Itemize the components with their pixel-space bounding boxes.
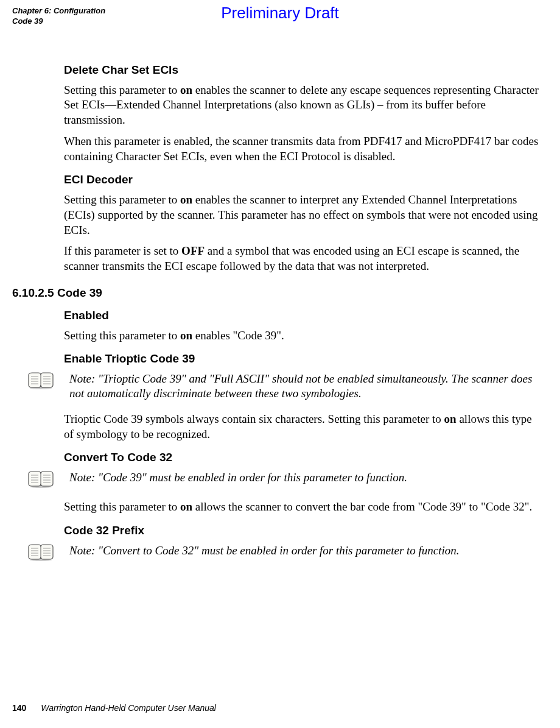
svg-point-8	[30, 387, 52, 389]
heading-trioptic: Enable Trioptic Code 39	[64, 352, 542, 366]
paragraph: When this parameter is enabled, the scan…	[64, 134, 542, 164]
book-icon	[27, 470, 54, 489]
chapter-label: Chapter 6: Configuration	[12, 6, 105, 16]
paragraph: Setting this parameter to on enables "Co…	[64, 328, 542, 344]
watermark-text: Preliminary Draft	[221, 4, 339, 23]
paragraph: Setting this parameter to on allows the …	[64, 500, 542, 515]
note-block: Note: "Convert to Code 32" must be enabl…	[27, 543, 542, 562]
page-header: Chapter 6: Configuration Code 39 Prelimi…	[12, 6, 548, 27]
note-block: Note: "Code 39" must be enabled in order…	[27, 470, 542, 489]
paragraph: If this parameter is set to OFF and a sy…	[64, 244, 542, 274]
svg-point-26	[30, 559, 52, 561]
note-text: Note: "Code 39" must be enabled in order…	[66, 470, 407, 485]
note-text: Note: "Convert to Code 32" must be enabl…	[66, 543, 460, 558]
section-number-code39: 6.10.2.5 Code 39	[12, 286, 542, 300]
note-block: Note: "Trioptic Code 39" and "Full ASCII…	[27, 372, 542, 401]
paragraph: Setting this parameter to on enables the…	[64, 193, 542, 238]
header-left: Chapter 6: Configuration Code 39	[12, 6, 105, 27]
paragraph: Setting this parameter to on enables the…	[64, 83, 542, 128]
heading-convert-32: Convert To Code 32	[64, 451, 542, 464]
heading-eci-decoder: ECI Decoder	[64, 173, 542, 186]
manual-title: Warrington Hand-Held Computer User Manua…	[41, 703, 216, 713]
page-content: Delete Char Set ECIs Setting this parame…	[12, 63, 548, 562]
heading-delete-char-set: Delete Char Set ECIs	[64, 63, 542, 77]
book-icon	[27, 543, 54, 562]
page-number: 140	[12, 703, 26, 713]
svg-point-17	[30, 486, 52, 488]
heading-enabled: Enabled	[64, 309, 542, 322]
heading-code32-prefix: Code 32 Prefix	[64, 524, 542, 537]
book-icon	[27, 372, 54, 390]
section-label: Code 39	[12, 16, 105, 27]
note-text: Note: "Trioptic Code 39" and "Full ASCII…	[66, 372, 542, 401]
page-footer: 140 Warrington Hand-Held Computer User M…	[12, 703, 216, 713]
paragraph: Trioptic Code 39 symbols always contain …	[64, 412, 542, 442]
